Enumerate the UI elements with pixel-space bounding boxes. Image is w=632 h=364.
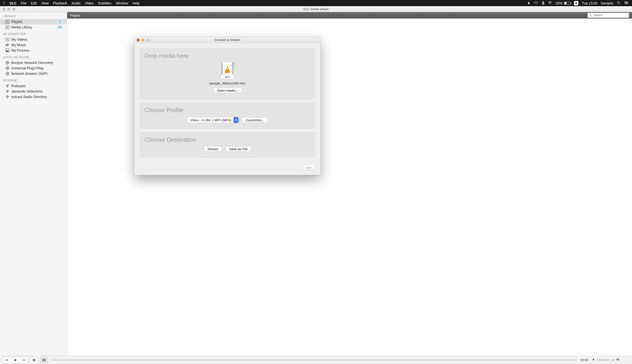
sidebar-item-my-pictures[interactable]: My Pictures	[0, 48, 67, 53]
menu-audio[interactable]: Audio	[72, 1, 80, 5]
sidebar-item-label: My Pictures	[11, 48, 30, 52]
menu-view[interactable]: View	[41, 1, 49, 5]
svg-rect-19	[7, 86, 8, 88]
choose-destination-heading: Choose Destination	[144, 136, 310, 143]
choose-profile-heading: Choose Profile	[144, 107, 310, 114]
menu-help[interactable]: Help	[132, 1, 140, 5]
video-icon	[6, 38, 10, 42]
search-container	[588, 13, 629, 18]
sidebar-item-universal-plug-n-play[interactable]: Universal Plug'n'Play	[0, 66, 67, 71]
stop-group	[30, 357, 38, 363]
globe-icon	[6, 66, 10, 70]
svg-rect-26	[33, 359, 35, 361]
menu-edit[interactable]: Edit	[31, 1, 37, 5]
svg-point-24	[590, 14, 591, 16]
playback-controls: 00:00	[0, 356, 632, 364]
playlist-toggle-group	[40, 357, 48, 363]
fullscreen-button[interactable]	[623, 357, 630, 363]
sidebar-item-label: My Music	[11, 43, 26, 47]
window-title: VLC media player	[0, 7, 632, 11]
sidebar-item-label: My Videos	[11, 38, 28, 42]
file-extension-label: MKV	[221, 75, 234, 78]
sidebar-item-media-library[interactable]: Media Library0	[0, 24, 67, 30]
sidebar-item-my-music[interactable]: My Music	[0, 42, 67, 48]
svg-rect-0	[528, 4, 530, 4]
sidebar-item-podcasts[interactable]: Podcasts	[0, 83, 67, 89]
dialog-titlebar: Convert & Stream	[134, 37, 320, 43]
volume-controls	[592, 358, 620, 362]
drop-media-panel: Drop media here MKV sample_3840x2160.mkv…	[140, 48, 316, 99]
app-menu[interactable]: VLC	[10, 1, 16, 5]
playlist-header-title: Playlist	[70, 14, 80, 17]
customize-profile-button[interactable]: Customize...	[242, 117, 268, 123]
sidebar-section-title: MY COMPUTER	[0, 30, 67, 37]
menu-playback[interactable]: Playback	[53, 1, 67, 5]
svg-line-3	[619, 3, 620, 4]
sidebar-item-jamendo-selections[interactable]: Jamendo Selections	[0, 89, 67, 94]
stop-button[interactable]	[30, 357, 38, 363]
choose-destination-panel: Choose Destination Stream Save as File	[140, 132, 316, 158]
svg-point-9	[626, 3, 626, 4]
podcast-icon	[6, 95, 10, 99]
sidebar-item-badge: 0	[57, 26, 62, 29]
window-close-button[interactable]	[2, 8, 6, 10]
window-minimize-button[interactable]	[8, 8, 10, 10]
drop-media-heading: Drop media here	[144, 52, 310, 59]
volume-high-icon[interactable]	[616, 358, 620, 362]
wifi-icon[interactable]	[548, 1, 552, 5]
sidebar-item-label: Jamendo Selections	[11, 90, 42, 93]
search-input[interactable]	[588, 13, 629, 18]
drop-area[interactable]: MKV sample_3840x2160.mkv Open media...	[144, 62, 310, 93]
library-icon	[6, 25, 10, 29]
svg-line-25	[591, 16, 592, 16]
sidebar-item-label: Network streams (SAP)	[11, 72, 48, 76]
sidebar-item-label: Media Library	[11, 25, 32, 29]
profile-select[interactable]: Video - H.264 + MP3 (MP4) ▲▼	[187, 117, 239, 123]
play-button[interactable]	[11, 357, 20, 363]
svg-point-8	[627, 2, 628, 3]
window-titlebar: VLC media player	[0, 6, 632, 12]
sidebar-item-label: Bonjour Network Discovery	[11, 61, 53, 65]
previous-button[interactable]	[3, 357, 11, 363]
menu-subtitles[interactable]: Subtitles	[98, 1, 112, 5]
playlist-toggle-button[interactable]	[40, 357, 48, 363]
volume-knob[interactable]	[609, 358, 612, 362]
creative-cloud-icon[interactable]	[534, 1, 538, 5]
volume-slider[interactable]	[597, 360, 614, 360]
progress-slider[interactable]	[52, 359, 576, 361]
stream-button[interactable]: Stream	[204, 146, 222, 152]
menubar-clock[interactable]: Tue 13:09	[582, 1, 598, 5]
battery-icon	[564, 2, 570, 5]
vlc-tray-icon[interactable]	[527, 1, 530, 5]
image-icon	[6, 48, 10, 52]
sidebar-item-bonjour-network-discovery[interactable]: Bonjour Network Discovery	[0, 60, 67, 66]
volume-low-icon[interactable]	[592, 358, 596, 362]
convert-stream-dialog: Convert & Stream Drop media here MKV sam…	[134, 37, 320, 175]
go-button[interactable]: Go!	[302, 165, 316, 170]
dropped-filename: sample_3840x2160.mkv	[210, 82, 246, 85]
sidebar-item-my-videos[interactable]: My Videos	[0, 37, 67, 42]
open-media-button[interactable]: Open media...	[214, 88, 242, 93]
sidebar-item-badge: 0	[57, 20, 62, 23]
input-source-icon[interactable]: A	[574, 1, 578, 6]
svg-rect-23	[7, 97, 8, 98]
window-zoom-button[interactable]	[12, 8, 15, 10]
sidebar-item-icecast-radio-directory[interactable]: Icecast Radio Directory	[0, 94, 67, 100]
next-button[interactable]	[20, 357, 28, 363]
save-as-file-button[interactable]: Save as File	[226, 146, 251, 152]
menu-video[interactable]: Video	[85, 1, 94, 5]
control-center-icon[interactable]	[624, 1, 628, 5]
sidebar-item-network-streams-sap-[interactable]: Network streams (SAP)	[0, 71, 67, 76]
sidebar-item-playlist[interactable]: Playlist0	[0, 19, 67, 24]
select-chevrons-icon: ▲▼	[234, 117, 238, 123]
menu-window[interactable]: Window	[116, 1, 128, 5]
menu-file[interactable]: File	[21, 1, 26, 5]
sidebar-item-label: Icecast Radio Directory	[11, 95, 47, 99]
menubar-user[interactable]: Danijela	[601, 1, 613, 5]
sidebar-section-title: INTERNET	[0, 76, 67, 83]
time-display: 00:00	[581, 358, 588, 362]
battery-status[interactable]: 33%	[556, 1, 570, 5]
apple-menu-icon[interactable]: 	[4, 1, 5, 6]
bluetooth-icon[interactable]	[542, 1, 544, 6]
spotlight-icon[interactable]	[617, 1, 621, 6]
